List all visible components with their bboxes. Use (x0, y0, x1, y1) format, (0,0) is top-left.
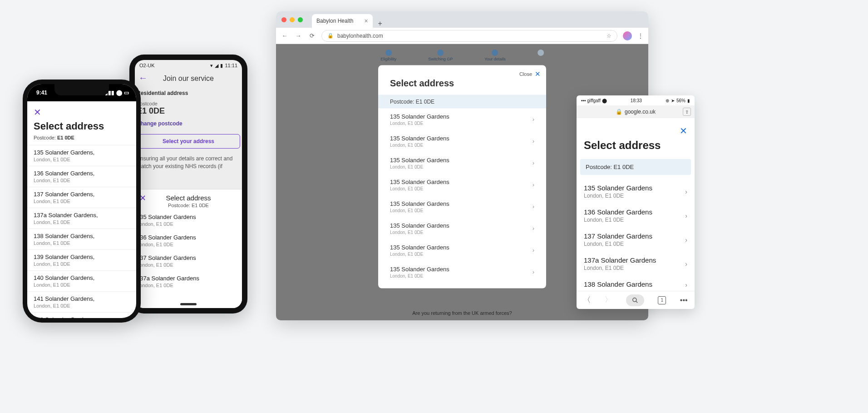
wifi-icon: ⬤ (116, 90, 122, 96)
address-list: 135 Solander GardensLondon, E1 0DE›136 S… (577, 179, 695, 291)
address-row[interactable]: 139 Solander Gardens,London, E1 0DE (27, 250, 136, 271)
address-row[interactable]: 135 Solander GardensLondon, E1 0DE› (378, 130, 546, 152)
back-icon[interactable]: ← (281, 32, 289, 39)
info-note: Ensuring all your details are correct an… (137, 155, 240, 170)
chevron-right-icon: › (533, 138, 534, 144)
bottom-sheet: ✕ Select address Postcode: E1 0DE 135 So… (135, 189, 242, 308)
battery-percent: 56% (676, 98, 686, 103)
select-address-button[interactable]: Select your address (137, 134, 240, 149)
chevron-right-icon: › (533, 159, 534, 166)
sheet-title: Select address (135, 194, 242, 202)
lock-icon: 🔒 (327, 33, 334, 39)
bookmark-icon[interactable]: ☆ (607, 33, 612, 39)
address-row[interactable]: 136 Solander GardensLondon, E1 0DE (135, 230, 242, 251)
chevron-right-icon: › (685, 188, 687, 195)
close-icon[interactable]: ✕ (577, 125, 695, 139)
address-row[interactable]: 138 Solander Gardens,London, E1 0DE (27, 229, 136, 250)
chevron-right-icon: › (533, 247, 534, 254)
wifi-icon: ▾ (210, 63, 213, 69)
address-row[interactable]: 135 Solander GardensLondon, E1 0DE› (577, 179, 695, 204)
new-tab-icon[interactable]: + (373, 20, 388, 28)
sheet-address-list: 135 Solander GardensLondon, E1 0DE136 So… (135, 210, 242, 292)
more-icon[interactable]: ••• (680, 296, 688, 304)
address-row[interactable]: 135 Solander Gardens,London, E1 0DE (27, 145, 136, 166)
minimize-window-icon[interactable] (290, 17, 295, 22)
signal-icon: ◢ (215, 63, 218, 69)
close-window-icon[interactable] (281, 17, 286, 22)
status-time: 18:33 (631, 98, 642, 103)
back-icon[interactable]: 〈 (583, 295, 591, 305)
status-time: 11:11 (225, 63, 237, 68)
share-icon[interactable]: ⇪ (683, 108, 691, 116)
address-row[interactable]: 135 Solander GardensLondon, E1 0DE› (378, 217, 546, 239)
address-row[interactable]: 135 Solander GardensLondon, E1 0DE› (378, 152, 546, 174)
select-address-modal: Close ✕ Select address Postcode: E1 0DE … (378, 65, 546, 288)
close-icon[interactable]: ✕ (27, 107, 48, 120)
iphone-notch (54, 84, 109, 95)
reload-icon[interactable]: ⟳ (308, 32, 316, 39)
address-row[interactable]: 136 Solander GardensLondon, E1 0DE› (577, 204, 695, 228)
close-icon: ✕ (535, 70, 541, 78)
address-row[interactable]: 137a Solander GardensLondon, E1 0DE› (577, 252, 695, 276)
modal-address-list: 135 Solander GardensLondon, E1 0DE›135 S… (378, 108, 546, 283)
safari-url-bar[interactable]: 🔒 google.co.uk ⇪ (577, 105, 695, 118)
signal-icon: ••• (581, 98, 586, 103)
home-indicator (180, 303, 197, 305)
window-controls[interactable] (276, 17, 308, 22)
chevron-right-icon: › (533, 225, 534, 232)
search-icon[interactable] (626, 294, 644, 306)
tab-bar: Babylon Health × + (276, 11, 648, 28)
navigation-icon: ➤ (671, 98, 675, 103)
battery-icon: ▭ (124, 90, 129, 96)
maximize-window-icon[interactable] (298, 17, 303, 22)
address-row[interactable]: 135 Solander GardensLondon, E1 0DE› (378, 174, 546, 195)
postcode-value: E1 0DE (137, 106, 240, 116)
address-row[interactable]: 135 Solander GardensLondon, E1 0DE› (378, 261, 546, 283)
postcode-banner: Postcode: E1 0DE (580, 159, 691, 175)
address-row[interactable]: 137 Solander GardensLondon, E1 0DE› (577, 228, 695, 252)
status-time: 9:41 (36, 90, 47, 96)
armed-forces-question: Are you returning from the UK armed forc… (412, 310, 512, 316)
browser-tab[interactable]: Babylon Health × (312, 14, 373, 28)
close-tab-icon[interactable]: × (364, 17, 368, 25)
address-row[interactable]: 135 Solander GardensLondon, E1 0DE› (378, 195, 546, 217)
address-row[interactable]: 137 Solander GardensLondon, E1 0DE (135, 251, 242, 271)
address-row[interactable]: 141 Solander Gardens,London, E1 0DE (27, 292, 136, 313)
chevron-right-icon: › (533, 116, 534, 123)
profile-avatar[interactable] (623, 31, 632, 40)
chevron-right-icon: › (685, 236, 687, 244)
close-label: Close (519, 71, 532, 76)
address-row[interactable]: 135 Solander GardensLondon, E1 0DE (135, 210, 242, 230)
tab-title: Babylon Health (316, 18, 353, 24)
battery-icon: ▮ (687, 98, 690, 103)
safari-mockup: ••• giffgaff ⬤ 18:33 ⊕ ➤ 56% ▮ 🔒 google.… (577, 95, 695, 309)
address-bar: ← → ⟳ 🔒 babylonhealth.com ☆ ⋮ (276, 28, 648, 44)
chevron-right-icon: › (533, 181, 534, 188)
svg-point-0 (632, 298, 636, 301)
address-row[interactable]: 137a Solander Gardens,London, E1 0DE (27, 208, 136, 229)
address-row[interactable]: 142 Solander Gardens, (27, 313, 136, 318)
address-row[interactable]: 136 Solander Gardens,London, E1 0DE (27, 166, 136, 187)
close-modal-button[interactable]: Close ✕ (519, 70, 541, 78)
safari-toolbar: 〈 〉 1 ••• (577, 291, 695, 309)
battery-icon: ▮ (220, 63, 223, 69)
section-title: Residential address (137, 90, 240, 98)
screen-title: Select address (27, 120, 136, 135)
carrier: giffgaff (587, 98, 601, 103)
address-row[interactable]: 135 Solander GardensLondon, E1 0DE› (378, 108, 546, 130)
menu-icon[interactable]: ⋮ (637, 32, 644, 40)
url-input[interactable]: 🔒 babylonhealth.com ☆ (321, 30, 617, 42)
location-icon: ⊕ (666, 98, 669, 103)
address-row[interactable]: 140 Solander Gardens,London, E1 0DE (27, 271, 136, 292)
forward-icon[interactable]: → (294, 32, 302, 39)
address-row[interactable]: 137a Solander GardensLondon, E1 0DE (135, 271, 242, 292)
change-postcode-link[interactable]: Change postcode (137, 116, 240, 131)
tabs-icon[interactable]: 1 (658, 296, 666, 304)
android-mockup: O2-UK ▾ ◢ ▮ 11:11 ← Join our service Res… (129, 55, 247, 313)
address-row[interactable]: 137 Solander Gardens,London, E1 0DE (27, 187, 136, 208)
chevron-right-icon: › (685, 260, 687, 268)
svg-line-1 (636, 301, 637, 303)
back-icon[interactable]: ← (138, 73, 148, 83)
address-row[interactable]: 135 Solander GardensLondon, E1 0DE› (378, 239, 546, 261)
address-row[interactable]: 138 Solander Gardens› (577, 276, 695, 291)
